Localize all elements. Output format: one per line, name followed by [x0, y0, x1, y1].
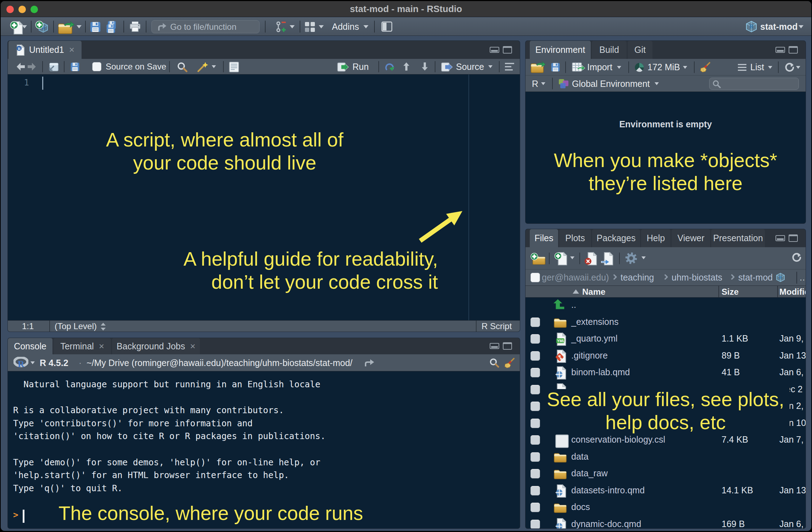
- language-dropdown-caret[interactable]: [541, 82, 545, 85]
- column-size[interactable]: Size: [722, 287, 739, 297]
- file-row[interactable]: .gitignore 89 B Jan 13: [525, 348, 806, 365]
- import-dataset-icon[interactable]: [572, 62, 585, 73]
- copy-file-icon[interactable]: [600, 251, 614, 266]
- column-name[interactable]: Name: [582, 287, 605, 297]
- file-row[interactable]: datasets-intro.qmd 14.1 KB Jan 13: [525, 482, 806, 499]
- minimize-pane-icon[interactable]: [775, 47, 785, 53]
- file-checkbox[interactable]: [530, 368, 540, 377]
- column-modified[interactable]: Modified: [779, 287, 806, 297]
- save-workspace-icon[interactable]: [551, 62, 560, 72]
- close-tab-icon[interactable]: ×: [69, 44, 74, 55]
- more-dropdown-caret[interactable]: [641, 256, 646, 259]
- file-checkbox[interactable]: [530, 486, 540, 495]
- file-checkbox[interactable]: [530, 503, 540, 512]
- goto-directory-icon[interactable]: [364, 359, 375, 367]
- file-row[interactable]: _extensions: [525, 314, 806, 331]
- project-dropdown-caret[interactable]: [799, 25, 803, 28]
- addins-dropdown-caret[interactable]: [363, 25, 368, 28]
- scope-indicator[interactable]: (Top Level): [55, 321, 106, 331]
- find-replace-icon[interactable]: [177, 62, 188, 72]
- version-control-dropdown-caret[interactable]: [290, 25, 295, 28]
- close-tab-icon[interactable]: ×: [99, 341, 104, 352]
- file-checkbox[interactable]: [530, 351, 540, 361]
- file-row[interactable]: docs: [525, 499, 806, 516]
- pane-layout-icon[interactable]: [381, 21, 393, 32]
- breadcrumb-teaching[interactable]: teaching: [621, 272, 654, 283]
- minimize-pane-icon[interactable]: [490, 343, 499, 349]
- breadcrumb-stat-mod[interactable]: stat-mod: [738, 272, 773, 283]
- search-console-icon[interactable]: [489, 358, 499, 368]
- addins-menu[interactable]: Addins: [332, 17, 359, 36]
- clear-environment-icon[interactable]: [700, 62, 711, 72]
- source-dropdown-caret[interactable]: [488, 65, 493, 68]
- more-file-commands-gear-icon[interactable]: [624, 252, 638, 265]
- language-selector[interactable]: R: [532, 76, 538, 92]
- file-checkbox[interactable]: [530, 520, 540, 528]
- tab-build[interactable]: Build: [592, 41, 627, 59]
- environment-selector[interactable]: Global Environment: [572, 76, 650, 92]
- run-icon[interactable]: [337, 62, 349, 72]
- import-dataset-button[interactable]: Import: [587, 59, 612, 76]
- file-row[interactable]: data: [525, 449, 806, 466]
- sort-ascending-icon[interactable]: [573, 289, 579, 294]
- clear-console-icon[interactable]: [504, 358, 516, 368]
- refresh-files-icon[interactable]: [791, 252, 801, 263]
- new-file-dropdown-caret[interactable]: [22, 25, 27, 28]
- file-checkbox[interactable]: [530, 334, 540, 344]
- maximize-pane-icon[interactable]: [503, 342, 512, 350]
- breadcrumb-uhm-biostats[interactable]: uhm-biostats: [672, 272, 722, 283]
- memory-usage-label[interactable]: 172 MiB: [647, 59, 680, 76]
- maximize-pane-icon[interactable]: [789, 234, 798, 242]
- file-checkbox[interactable]: [530, 317, 540, 327]
- tab-environment[interactable]: Environment: [530, 41, 591, 59]
- tab-plots[interactable]: Plots: [559, 229, 591, 247]
- run-button[interactable]: Run: [352, 59, 369, 74]
- goto-file-function-box[interactable]: Go to file/function: [151, 20, 260, 33]
- tab-terminal[interactable]: Terminal×: [54, 338, 111, 354]
- new-blank-file-icon[interactable]: [554, 251, 568, 266]
- project-icon[interactable]: R: [745, 21, 758, 33]
- source-on-save-checkbox[interactable]: [92, 62, 101, 71]
- minimize-pane-icon[interactable]: [490, 47, 499, 53]
- tab-packages[interactable]: Packages: [592, 229, 640, 247]
- file-checkbox[interactable]: [530, 435, 540, 445]
- new-file-dropdown-caret[interactable]: [570, 256, 574, 259]
- environment-search-box[interactable]: [709, 78, 799, 90]
- file-row-up[interactable]: ..: [525, 297, 806, 314]
- code-editor[interactable]: 1 A script, where almost all ofyour code…: [8, 74, 520, 320]
- source-up-icon[interactable]: [402, 62, 410, 71]
- environment-dropdown-caret[interactable]: [655, 82, 659, 85]
- source-button[interactable]: Source: [456, 59, 484, 74]
- tab-viewer[interactable]: Viewer: [672, 229, 710, 247]
- code-tools-icon[interactable]: [197, 61, 209, 73]
- save-icon[interactable]: [70, 62, 80, 72]
- tab-untitled1[interactable]: R Untitled1 ×: [9, 41, 82, 59]
- file-checkbox[interactable]: [530, 469, 540, 478]
- select-all-checkbox[interactable]: [530, 273, 540, 282]
- file-row[interactable]: dynamic-doc.qmd 169 B Jan 6,: [525, 516, 806, 528]
- file-row[interactable]: data_raw: [525, 465, 806, 482]
- new-project-icon[interactable]: R: [35, 20, 51, 35]
- tab-files[interactable]: Files: [530, 229, 558, 247]
- open-in-new-window-icon[interactable]: [48, 62, 59, 72]
- file-checkbox[interactable]: [530, 452, 540, 462]
- save-icon[interactable]: [90, 21, 101, 33]
- maximize-pane-icon[interactable]: [503, 46, 512, 54]
- back-icon[interactable]: [16, 62, 26, 71]
- console-output[interactable]: Natural language support but running in …: [13, 378, 326, 495]
- file-row[interactable]: binom-lab.qmd 41 B Jan 6,: [525, 364, 806, 381]
- tab-background-jobs[interactable]: Background Jobs×: [112, 338, 200, 354]
- new-folder-icon[interactable]: [530, 253, 546, 265]
- tab-help[interactable]: Help: [641, 229, 671, 247]
- open-file-icon[interactable]: [57, 21, 74, 34]
- list-view-button[interactable]: List: [750, 59, 764, 76]
- workspace-panes-dropdown-caret[interactable]: [319, 25, 324, 28]
- tab-console[interactable]: Console: [8, 338, 52, 354]
- list-view-dropdown-caret[interactable]: [768, 66, 772, 69]
- source-down-icon[interactable]: [421, 62, 429, 71]
- refresh-dropdown-caret[interactable]: [796, 66, 800, 69]
- print-icon[interactable]: [129, 21, 141, 33]
- tab-git[interactable]: Git: [628, 41, 652, 59]
- refresh-environment-icon[interactable]: [784, 62, 794, 73]
- rerun-icon[interactable]: [384, 62, 396, 72]
